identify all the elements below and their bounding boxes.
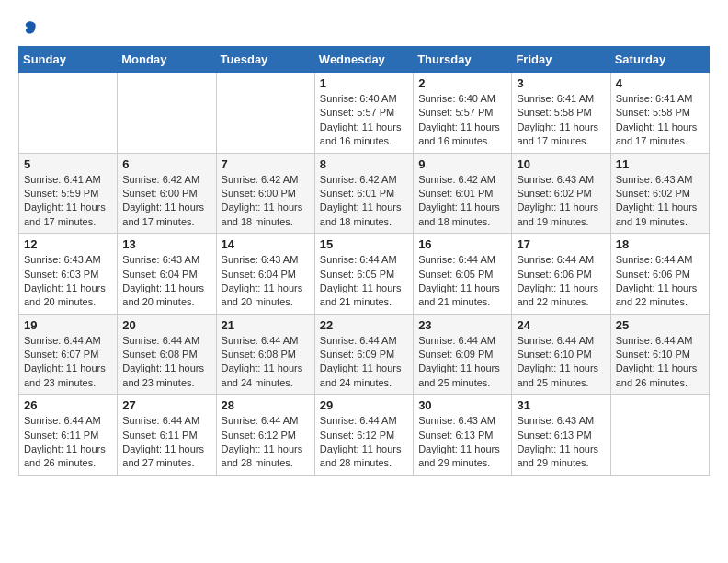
logo <box>18 18 39 37</box>
calendar-day-21: 21Sunrise: 6:44 AM Sunset: 6:08 PM Dayli… <box>216 314 314 395</box>
weekday-header-monday: Monday <box>118 47 216 73</box>
weekday-header-wednesday: Wednesday <box>314 47 413 73</box>
day-number: 24 <box>517 318 605 332</box>
calendar-day-27: 27Sunrise: 6:44 AM Sunset: 6:11 PM Dayli… <box>118 395 216 476</box>
day-info-text: Sunrise: 6:44 AM Sunset: 6:06 PM Dayligh… <box>517 253 605 310</box>
calendar-empty-cell <box>118 73 216 154</box>
weekday-header-tuesday: Tuesday <box>216 47 314 73</box>
day-info-text: Sunrise: 6:44 AM Sunset: 6:09 PM Dayligh… <box>418 334 506 391</box>
calendar-day-4: 4Sunrise: 6:41 AM Sunset: 5:58 PM Daylig… <box>610 73 709 154</box>
day-number: 13 <box>122 237 210 251</box>
day-number: 10 <box>517 157 605 171</box>
calendar-empty-cell <box>19 73 118 154</box>
day-number: 1 <box>320 76 408 90</box>
weekday-header-thursday: Thursday <box>414 47 512 73</box>
calendar-empty-cell <box>610 395 709 476</box>
calendar-week-row: 5Sunrise: 6:41 AM Sunset: 5:59 PM Daylig… <box>19 153 710 234</box>
calendar-day-12: 12Sunrise: 6:43 AM Sunset: 6:03 PM Dayli… <box>19 234 118 315</box>
day-number: 4 <box>616 76 704 90</box>
calendar-day-6: 6Sunrise: 6:42 AM Sunset: 6:00 PM Daylig… <box>118 153 216 234</box>
calendar-day-20: 20Sunrise: 6:44 AM Sunset: 6:08 PM Dayli… <box>118 314 216 395</box>
weekday-header-saturday: Saturday <box>610 47 709 73</box>
day-info-text: Sunrise: 6:41 AM Sunset: 5:59 PM Dayligh… <box>24 173 112 230</box>
day-info-text: Sunrise: 6:40 AM Sunset: 5:57 PM Dayligh… <box>320 92 408 149</box>
day-info-text: Sunrise: 6:44 AM Sunset: 6:06 PM Dayligh… <box>616 253 704 310</box>
day-number: 22 <box>320 318 408 332</box>
day-info-text: Sunrise: 6:43 AM Sunset: 6:13 PM Dayligh… <box>418 414 506 471</box>
day-info-text: Sunrise: 6:44 AM Sunset: 6:05 PM Dayligh… <box>320 253 408 310</box>
day-info-text: Sunrise: 6:42 AM Sunset: 6:01 PM Dayligh… <box>418 173 506 230</box>
calendar-day-2: 2Sunrise: 6:40 AM Sunset: 5:57 PM Daylig… <box>414 73 512 154</box>
logo-bird-icon <box>20 18 39 37</box>
day-number: 26 <box>24 398 112 412</box>
calendar-day-3: 3Sunrise: 6:41 AM Sunset: 5:58 PM Daylig… <box>512 73 610 154</box>
calendar-day-8: 8Sunrise: 6:42 AM Sunset: 6:01 PM Daylig… <box>314 153 413 234</box>
calendar-day-24: 24Sunrise: 6:44 AM Sunset: 6:10 PM Dayli… <box>512 314 610 395</box>
calendar-day-1: 1Sunrise: 6:40 AM Sunset: 5:57 PM Daylig… <box>314 73 413 154</box>
calendar-day-28: 28Sunrise: 6:44 AM Sunset: 6:12 PM Dayli… <box>216 395 314 476</box>
day-number: 25 <box>616 318 704 332</box>
day-info-text: Sunrise: 6:42 AM Sunset: 6:00 PM Dayligh… <box>122 173 210 230</box>
day-number: 5 <box>24 157 112 171</box>
calendar-day-25: 25Sunrise: 6:44 AM Sunset: 6:10 PM Dayli… <box>610 314 709 395</box>
calendar-day-17: 17Sunrise: 6:44 AM Sunset: 6:06 PM Dayli… <box>512 234 610 315</box>
day-info-text: Sunrise: 6:41 AM Sunset: 5:58 PM Dayligh… <box>616 92 704 149</box>
weekday-header-sunday: Sunday <box>19 47 118 73</box>
day-number: 2 <box>418 76 506 90</box>
day-number: 31 <box>517 398 605 412</box>
day-info-text: Sunrise: 6:44 AM Sunset: 6:07 PM Dayligh… <box>24 334 112 391</box>
calendar-day-5: 5Sunrise: 6:41 AM Sunset: 5:59 PM Daylig… <box>19 153 118 234</box>
day-info-text: Sunrise: 6:44 AM Sunset: 6:08 PM Dayligh… <box>122 334 210 391</box>
calendar-week-row: 26Sunrise: 6:44 AM Sunset: 6:11 PM Dayli… <box>19 395 710 476</box>
day-info-text: Sunrise: 6:44 AM Sunset: 6:05 PM Dayligh… <box>418 253 506 310</box>
day-info-text: Sunrise: 6:43 AM Sunset: 6:13 PM Dayligh… <box>517 414 605 471</box>
calendar-week-row: 19Sunrise: 6:44 AM Sunset: 6:07 PM Dayli… <box>19 314 710 395</box>
day-number: 12 <box>24 237 112 251</box>
day-number: 23 <box>418 318 506 332</box>
day-number: 3 <box>517 76 605 90</box>
day-number: 18 <box>616 237 704 251</box>
day-number: 30 <box>418 398 506 412</box>
calendar-day-19: 19Sunrise: 6:44 AM Sunset: 6:07 PM Dayli… <box>19 314 118 395</box>
calendar-day-10: 10Sunrise: 6:43 AM Sunset: 6:02 PM Dayli… <box>512 153 610 234</box>
calendar-empty-cell <box>216 73 314 154</box>
day-info-text: Sunrise: 6:43 AM Sunset: 6:02 PM Dayligh… <box>517 173 605 230</box>
calendar-day-13: 13Sunrise: 6:43 AM Sunset: 6:04 PM Dayli… <box>118 234 216 315</box>
calendar-day-31: 31Sunrise: 6:43 AM Sunset: 6:13 PM Dayli… <box>512 395 610 476</box>
calendar-day-22: 22Sunrise: 6:44 AM Sunset: 6:09 PM Dayli… <box>314 314 413 395</box>
day-info-text: Sunrise: 6:44 AM Sunset: 6:11 PM Dayligh… <box>122 414 210 471</box>
calendar-week-row: 12Sunrise: 6:43 AM Sunset: 6:03 PM Dayli… <box>19 234 710 315</box>
day-info-text: Sunrise: 6:43 AM Sunset: 6:02 PM Dayligh… <box>616 173 704 230</box>
calendar-day-16: 16Sunrise: 6:44 AM Sunset: 6:05 PM Dayli… <box>414 234 512 315</box>
calendar-day-26: 26Sunrise: 6:44 AM Sunset: 6:11 PM Dayli… <box>19 395 118 476</box>
calendar-day-29: 29Sunrise: 6:44 AM Sunset: 6:12 PM Dayli… <box>314 395 413 476</box>
calendar-day-9: 9Sunrise: 6:42 AM Sunset: 6:01 PM Daylig… <box>414 153 512 234</box>
calendar-day-7: 7Sunrise: 6:42 AM Sunset: 6:00 PM Daylig… <box>216 153 314 234</box>
day-info-text: Sunrise: 6:44 AM Sunset: 6:10 PM Dayligh… <box>517 334 605 391</box>
day-info-text: Sunrise: 6:42 AM Sunset: 6:00 PM Dayligh… <box>222 173 310 230</box>
calendar-header-row: SundayMondayTuesdayWednesdayThursdayFrid… <box>19 47 710 73</box>
day-number: 21 <box>222 318 310 332</box>
day-number: 29 <box>320 398 408 412</box>
day-number: 7 <box>222 157 310 171</box>
day-number: 16 <box>418 237 506 251</box>
day-info-text: Sunrise: 6:44 AM Sunset: 6:10 PM Dayligh… <box>616 334 704 391</box>
day-info-text: Sunrise: 6:42 AM Sunset: 6:01 PM Dayligh… <box>320 173 408 230</box>
day-info-text: Sunrise: 6:44 AM Sunset: 6:08 PM Dayligh… <box>222 334 310 391</box>
calendar-day-30: 30Sunrise: 6:43 AM Sunset: 6:13 PM Dayli… <box>414 395 512 476</box>
day-info-text: Sunrise: 6:44 AM Sunset: 6:12 PM Dayligh… <box>222 414 310 471</box>
day-info-text: Sunrise: 6:43 AM Sunset: 6:04 PM Dayligh… <box>122 253 210 310</box>
calendar-day-14: 14Sunrise: 6:43 AM Sunset: 6:04 PM Dayli… <box>216 234 314 315</box>
day-number: 6 <box>122 157 210 171</box>
day-number: 20 <box>122 318 210 332</box>
calendar-day-23: 23Sunrise: 6:44 AM Sunset: 6:09 PM Dayli… <box>414 314 512 395</box>
day-number: 11 <box>616 157 704 171</box>
day-info-text: Sunrise: 6:43 AM Sunset: 6:04 PM Dayligh… <box>222 253 310 310</box>
day-number: 15 <box>320 237 408 251</box>
day-number: 28 <box>222 398 310 412</box>
day-info-text: Sunrise: 6:44 AM Sunset: 6:09 PM Dayligh… <box>320 334 408 391</box>
weekday-header-friday: Friday <box>512 47 610 73</box>
day-info-text: Sunrise: 6:41 AM Sunset: 5:58 PM Dayligh… <box>517 92 605 149</box>
day-number: 14 <box>222 237 310 251</box>
day-number: 8 <box>320 157 408 171</box>
